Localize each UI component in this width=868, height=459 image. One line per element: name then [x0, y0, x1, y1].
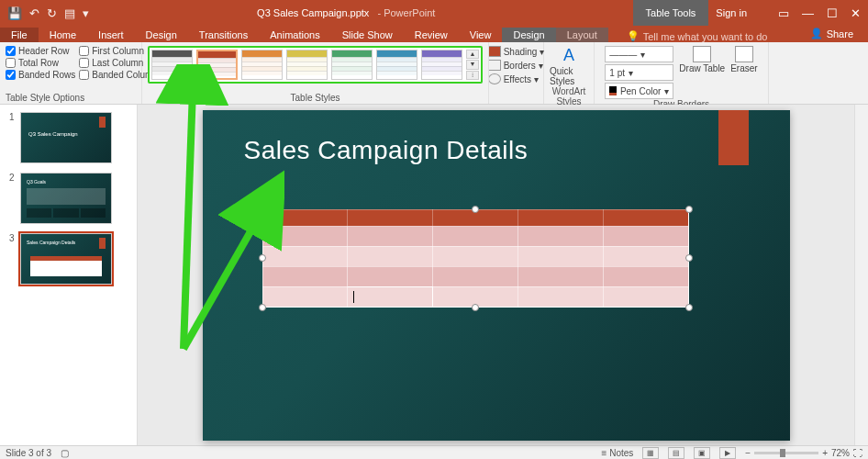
resize-handle[interactable] [259, 304, 266, 311]
table-style-swatch[interactable] [151, 50, 193, 80]
slide-title[interactable]: Sales Campaign Details [244, 136, 698, 165]
redo-icon[interactable]: ↻ [47, 6, 57, 20]
pen-style-select[interactable]: ——— ▾ [605, 46, 673, 62]
tab-review[interactable]: Review [404, 28, 459, 42]
table-style-swatch[interactable] [331, 50, 373, 80]
fit-to-window-button[interactable]: ⛶ [853, 448, 862, 458]
resize-handle[interactable] [259, 206, 266, 213]
sorter-view-button[interactable]: ▤ [668, 447, 684, 459]
slideshow-view-button[interactable]: ▶ [719, 447, 736, 459]
pen-color-button[interactable]: Pen Color ▾ [605, 83, 673, 99]
group-table-style-options: Header Row First Column Total Row Last C… [0, 42, 142, 104]
slide-thumbnail-3[interactable]: Sales Campaign Details [20, 233, 112, 285]
zoom-in-button[interactable]: + [822, 448, 828, 458]
content-table[interactable] [262, 209, 689, 308]
check-header-row[interactable]: Header Row [6, 46, 75, 56]
zoom-slider[interactable] [754, 452, 818, 454]
slide-counter[interactable]: Slide 3 of 3 [6, 448, 51, 458]
ribbon-tabs: File Home Insert Design Transitions Anim… [0, 26, 868, 42]
borders-button[interactable]: Borders ▾ [488, 60, 545, 71]
notes-button[interactable]: ≡ Notes [602, 448, 634, 458]
table-style-swatch[interactable] [421, 50, 462, 80]
group-label: Table Styles [291, 93, 340, 103]
draw-table-icon [693, 46, 711, 62]
group-table-styles: ▲▼⁝ Table Styles [142, 42, 489, 104]
minimize-icon[interactable]: — [802, 6, 814, 20]
tab-animations[interactable]: Animations [259, 28, 330, 42]
tab-home[interactable]: Home [39, 28, 87, 42]
titlebar: 💾 ↶ ↻ ▤ ▾ Q3 Sales Campaign.pptx - Power… [0, 0, 868, 26]
gallery-more-icon[interactable]: ⁝ [466, 71, 479, 80]
draw-table-button[interactable]: Draw Table [679, 46, 725, 73]
tab-slideshow[interactable]: Slide Show [331, 28, 404, 42]
resize-handle[interactable] [259, 254, 266, 262]
table-style-swatch[interactable] [286, 50, 328, 80]
table-style-swatch[interactable] [376, 50, 417, 80]
pen-weight-select[interactable]: 1 pt ▾ [605, 64, 673, 81]
slide-thumbnail-1[interactable]: Q3 Sales Campaign [20, 112, 112, 163]
maximize-icon[interactable]: ☐ [827, 6, 838, 20]
tab-transitions[interactable]: Transitions [188, 28, 259, 42]
gallery-down-icon[interactable]: ▼ [466, 60, 479, 69]
accent-bar [718, 110, 749, 165]
spell-check-icon[interactable]: ▢ [61, 448, 69, 458]
statusbar: Slide 3 of 3 ▢ ≡ Notes ▦ ▤ ▣ ▶ − + 72% ⛶ [0, 445, 868, 459]
start-slideshow-icon[interactable]: ▤ [64, 6, 75, 20]
share-button[interactable]: 👤Share [803, 26, 861, 41]
group-wordart-styles: A Quick Styles WordArt Styles [544, 42, 595, 104]
check-total-row[interactable]: Total Row [6, 58, 75, 68]
resize-handle[interactable] [472, 206, 479, 213]
pen-color-icon [609, 86, 617, 95]
tab-table-layout[interactable]: Layout [556, 28, 608, 42]
sign-in-link[interactable]: Sign in [716, 7, 747, 18]
effects-button[interactable]: Effects ▾ [488, 73, 545, 84]
slide-thumbnail-2[interactable]: Q3 Goals [20, 173, 112, 224]
document-filename: Q3 Sales Campaign.pptx [257, 7, 369, 18]
tab-table-design[interactable]: Design [502, 28, 555, 42]
save-icon[interactable]: 💾 [7, 6, 22, 20]
eraser-button[interactable]: Eraser [730, 46, 757, 73]
table-style-swatch[interactable] [196, 50, 238, 80]
ribbon: Header Row First Column Total Row Last C… [0, 42, 868, 105]
app-name: - PowerPoint [377, 7, 435, 18]
check-banded-rows[interactable]: Banded Rows [6, 70, 75, 80]
resize-handle[interactable] [685, 254, 693, 262]
tab-design[interactable]: Design [135, 28, 188, 42]
zoom-percent[interactable]: 72% [831, 448, 850, 458]
group-draw-borders: ——— ▾ 1 pt ▾ Pen Color ▾ Draw Table Eras… [595, 42, 769, 104]
main-area: 1 Q3 Sales Campaign 2 Q3 Goals 3 Sales C… [0, 105, 868, 445]
table-style-swatch[interactable] [241, 50, 283, 80]
tab-file[interactable]: File [0, 28, 39, 42]
slide-thumbnail-pane[interactable]: 1 Q3 Sales Campaign 2 Q3 Goals 3 Sales C… [0, 105, 138, 445]
effects-icon [488, 73, 501, 84]
qat-more-icon[interactable]: ▾ [83, 6, 89, 20]
eraser-icon [735, 46, 753, 62]
reading-view-button[interactable]: ▣ [694, 447, 710, 459]
resize-handle[interactable] [472, 304, 479, 311]
close-icon[interactable]: ✕ [851, 6, 861, 20]
resize-handle[interactable] [685, 304, 693, 311]
shading-icon [488, 46, 501, 57]
resize-handle[interactable] [685, 206, 693, 213]
tab-insert[interactable]: Insert [87, 28, 135, 42]
tab-view[interactable]: View [459, 28, 503, 42]
zoom-out-button[interactable]: − [745, 448, 751, 458]
table-tools-context-tab: Table Tools [633, 0, 709, 26]
slide-canvas[interactable]: Sales Campaign Details [138, 105, 854, 445]
shading-button[interactable]: Shading ▾ [488, 46, 545, 57]
quick-styles-button[interactable]: A Quick Styles [550, 46, 588, 86]
normal-view-button[interactable]: ▦ [642, 447, 659, 459]
gallery-up-icon[interactable]: ▲ [466, 50, 479, 59]
group-label: Table Style Options [6, 93, 84, 103]
undo-icon[interactable]: ↶ [29, 6, 39, 20]
vertical-scrollbar[interactable] [854, 105, 868, 445]
borders-icon [488, 60, 501, 71]
ribbon-display-icon[interactable]: ▭ [778, 6, 789, 20]
table-object[interactable] [262, 209, 689, 308]
quick-styles-icon: A [563, 46, 574, 65]
lightbulb-icon: 💡 [627, 30, 640, 42]
tell-me-search[interactable]: 💡Tell me what you want to do [627, 30, 768, 42]
group-label: WordArt Styles [550, 86, 588, 106]
slide: Sales Campaign Details [203, 110, 790, 441]
table-styles-gallery: ▲▼⁝ [148, 46, 483, 84]
